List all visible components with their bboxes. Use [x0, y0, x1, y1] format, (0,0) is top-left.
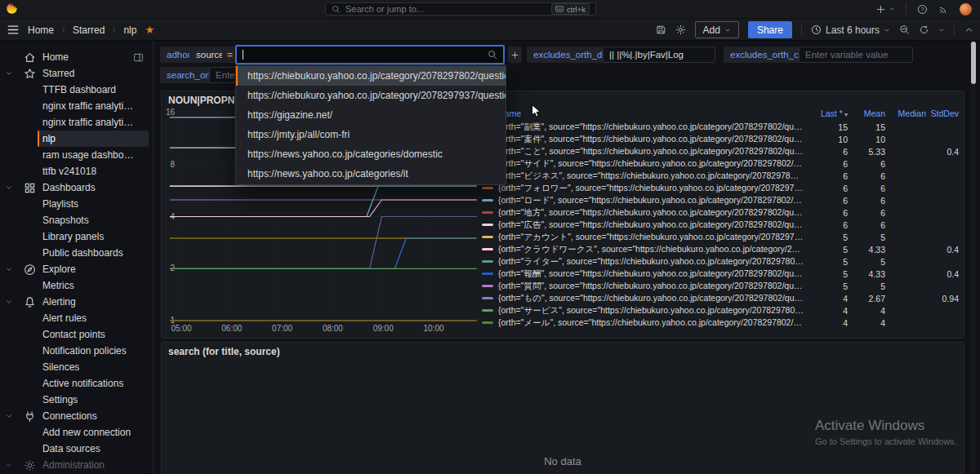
- sidebar-item-data-sources[interactable]: Data sources: [0, 441, 153, 457]
- legend-series-name[interactable]: {orth="広告", source="https://chiebukuro.y…: [482, 219, 810, 231]
- legend-row: {orth="地方", source="https://chiebukuro.y…: [482, 206, 962, 219]
- sidebar-item-silences[interactable]: Silences: [0, 359, 153, 375]
- toolbar-actions: Add Share Last 6 hours: [656, 20, 974, 39]
- chevron-down-icon[interactable]: [5, 184, 13, 192]
- dropdown-option[interactable]: https://chiebukuro.yahoo.co.jp/category/…: [236, 86, 506, 105]
- sidebar-item-ttfb-dashboard[interactable]: TTFB dashboard: [0, 82, 153, 98]
- legend-header-mean[interactable]: Mean: [851, 109, 889, 118]
- sidebar-item-alerting[interactable]: Alerting: [0, 294, 153, 310]
- dropdown-option[interactable]: https://jmty.jp/all/com-fri: [236, 125, 506, 144]
- legend-value-mean: 5: [851, 281, 889, 291]
- legend-series-name[interactable]: {orth="こと", source="https://chiebukuro.y…: [482, 146, 810, 157]
- sidebar-item-public-dashboards[interactable]: Public dashboards: [0, 245, 153, 261]
- series-label: {orth="地方", source="https://chiebukuro.y…: [498, 207, 804, 219]
- sidebar-item-contact-points[interactable]: Contact points: [0, 326, 153, 343]
- dashboard-settings-button[interactable]: [675, 24, 686, 35]
- legend-value-mean: 5.33: [851, 147, 889, 157]
- refresh-button[interactable]: [919, 24, 929, 35]
- share-button[interactable]: Share: [748, 21, 792, 38]
- legend-header-last[interactable]: Last * ▾: [810, 109, 851, 118]
- sidebar-item-settings[interactable]: Settings: [0, 392, 153, 408]
- legend-series-name[interactable]: {orth="ビジネス", source="https://chiebukuro…: [482, 171, 810, 182]
- sidebar-item-add-new-connection[interactable]: Add new connection: [0, 424, 153, 441]
- legend-series-name[interactable]: {orth="ロード", source="https://chiebukuro.…: [482, 195, 810, 206]
- dropdown-option[interactable]: https://gigazine.net/: [236, 105, 506, 125]
- legend-series-name[interactable]: {orth="サイド", source="https://chiebukuro.…: [482, 158, 810, 170]
- legend-series-name[interactable]: {orth="もの", source="https://chiebukuro.y…: [482, 293, 810, 304]
- sidebar-item-explore[interactable]: Explore: [0, 261, 153, 277]
- star-filled-icon[interactable]: ★: [145, 24, 154, 36]
- sidebar-item-metrics[interactable]: Metrics: [0, 277, 153, 294]
- sidebar-item-active-notifications[interactable]: Active notifications: [0, 375, 153, 392]
- legend-series-name[interactable]: {orth="副業", source="https://chiebukuro.y…: [482, 122, 810, 133]
- sidebar-item-label: ttfb v241018: [42, 166, 96, 177]
- legend-series-name[interactable]: {orth="クラウドワークス", source="https://chiebu…: [482, 244, 810, 255]
- scrollbar-track[interactable]: [970, 41, 977, 474]
- sidebar-item-nginx-traffic-analytics-tmp-c[interactable]: nginx traffic analytics tmp C...: [0, 98, 153, 114]
- legend-series-name[interactable]: {orth="メール", source="https://chiebukuro.…: [482, 317, 810, 329]
- chevron-down-icon[interactable]: [5, 265, 13, 273]
- dropdown-option[interactable]: https://news.yahoo.co.jp/categories/it: [236, 164, 506, 184]
- save-dashboard-button[interactable]: [656, 24, 666, 35]
- time-range-picker[interactable]: Last 6 hours: [811, 24, 890, 36]
- legend-series-name[interactable]: {orth="報酬", source="https://chiebukuro.y…: [482, 268, 810, 280]
- search-bar[interactable]: Search or jump to... ctrl+k: [325, 2, 596, 16]
- sidebar-item-label: ram usage dashboard: [42, 149, 137, 161]
- legend-header-name[interactable]: Name: [482, 109, 810, 118]
- refresh-interval-caret[interactable]: [938, 27, 945, 33]
- sidebar-item-home[interactable]: Home: [0, 49, 153, 65]
- legend-series-name[interactable]: {orth="地方", source="https://chiebukuro.y…: [482, 207, 810, 219]
- sidebar-item-alert-rules[interactable]: Alert rules: [0, 310, 153, 326]
- excludes-orth-custom-input[interactable]: [799, 47, 913, 63]
- dock-icon[interactable]: [133, 52, 144, 63]
- legend-header-stddev[interactable]: StdDev: [929, 109, 962, 118]
- help-icon[interactable]: ?: [917, 4, 928, 15]
- sidebar-item-ttfb-v241018[interactable]: ttfb v241018: [0, 163, 153, 179]
- legend-value-last: 4: [810, 306, 851, 316]
- sidebar-item-starred[interactable]: Starred: [0, 65, 153, 82]
- sidebar-item-nginx-traffic-analytics-v241015[interactable]: nginx traffic analytics v241015: [0, 114, 153, 131]
- adhoc-filter-value-input[interactable]: [235, 45, 505, 64]
- sidebar-item-playlists[interactable]: Playlists: [0, 196, 153, 212]
- user-avatar[interactable]: [960, 3, 972, 16]
- legend-series-name[interactable]: {orth="アカウント", source="https://chiebukur…: [482, 232, 810, 243]
- legend-series-name[interactable]: {orth="案件", source="https://chiebukuro.y…: [482, 134, 810, 145]
- news-icon[interactable]: [938, 4, 949, 15]
- chevron-down-icon[interactable]: [5, 461, 13, 469]
- legend-series-name[interactable]: {orth="サービス", source="https://chiebukuro…: [482, 305, 810, 317]
- sidebar-item-snapshots[interactable]: Snapshots: [0, 212, 153, 228]
- sidebar-item-notification-policies[interactable]: Notification policies: [0, 343, 153, 359]
- chevron-down-icon[interactable]: [5, 412, 13, 420]
- grafana-logo-icon[interactable]: [6, 2, 18, 15]
- new-menu-button[interactable]: [875, 4, 895, 15]
- legend-value-mean: 15: [851, 122, 889, 132]
- breadcrumb-starred[interactable]: Starred: [73, 24, 105, 36]
- legend-series-name[interactable]: {orth="ライター", source="https://chiebukuro…: [482, 256, 810, 268]
- sidebar-item-connections[interactable]: Connections: [0, 408, 153, 424]
- dropdown-option[interactable]: https://news.yahoo.co.jp/categories/dome…: [236, 144, 506, 164]
- mega-menu-toggle[interactable]: [7, 24, 19, 35]
- excludes-orth-default-input[interactable]: [603, 47, 715, 63]
- sidebar-item-ram-usage-dashboard[interactable]: ram usage dashboard: [0, 147, 153, 163]
- legend-series-name[interactable]: {orth="質問", source="https://chiebukuro.y…: [482, 281, 810, 292]
- legend-series-name[interactable]: {orth="フォロワー", source="https://chiebukur…: [482, 183, 810, 194]
- series-label: {orth="報酬", source="https://chiebukuro.y…: [498, 268, 804, 280]
- collapse-header-button[interactable]: [964, 24, 974, 35]
- legend-header-median[interactable]: Median: [889, 109, 929, 118]
- sidebar-item-dashboards[interactable]: Dashboards: [0, 179, 153, 196]
- sidebar-item-administration[interactable]: Administration: [0, 457, 153, 473]
- legend-row: {orth="こと", source="https://chiebukuro.y…: [482, 145, 962, 157]
- zoom-out-button[interactable]: [899, 24, 910, 35]
- breadcrumb-current[interactable]: nlp: [123, 24, 136, 36]
- sidebar-item-nlp[interactable]: nlp: [0, 131, 153, 147]
- sidebar-item-library-panels[interactable]: Library panels: [0, 228, 153, 245]
- scrollbar-thumb[interactable]: [971, 42, 976, 84]
- breadcrumb-home[interactable]: Home: [28, 24, 54, 36]
- dropdown-option[interactable]: https://chiebukuro.yahoo.co.jp/category/…: [236, 66, 506, 86]
- sidebar-item-label: Notification policies: [42, 345, 127, 357]
- add-panel-button[interactable]: Add: [695, 21, 739, 38]
- add-filter-button[interactable]: [508, 47, 522, 63]
- panel-title[interactable]: search (for title, source): [168, 346, 280, 357]
- chevron-down-icon[interactable]: [5, 298, 13, 306]
- chevron-down-icon[interactable]: [5, 69, 13, 78]
